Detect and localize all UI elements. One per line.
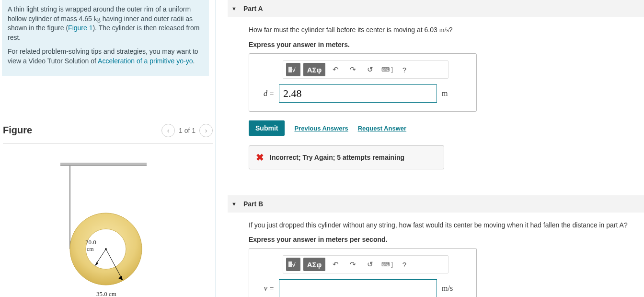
svg-rect-1: [60, 166, 147, 166]
part-b-header[interactable]: ▼ Part B: [228, 195, 644, 213]
part-a-header[interactable]: ▼ Part A: [228, 0, 644, 17]
feedback-box: ✖ Incorrect; Try Again; 5 attempts remai…: [249, 145, 444, 169]
part-a-prompt: How far must the cylinder fall before it…: [249, 26, 644, 34]
tutor-link[interactable]: Acceleration of a primitive yo-yo: [98, 57, 193, 65]
help-button[interactable]: ?: [397, 63, 412, 76]
part-a-instruction: Express your answer in meters.: [249, 41, 644, 48]
column-divider: [216, 0, 216, 297]
part-b-instruction: Express your answer in meters per second…: [249, 236, 644, 243]
svg-rect-13: [288, 67, 292, 72]
figure-pager: 1 of 1: [179, 127, 196, 134]
part-a-answer-input[interactable]: [279, 84, 437, 103]
help-button[interactable]: ?: [397, 258, 412, 271]
caret-down-icon: ▼: [231, 6, 237, 12]
part-a-title: Part A: [243, 5, 263, 12]
submit-button[interactable]: Submit: [249, 120, 285, 136]
feedback-text: Incorrect; Try Again; 5 attempts remaini…: [270, 154, 404, 161]
part-b-answer-input[interactable]: [279, 279, 437, 297]
caret-down-icon: ▼: [231, 201, 237, 207]
svg-text:√: √: [292, 67, 296, 73]
templates-button[interactable]: √: [286, 63, 300, 76]
svg-text:cm: cm: [87, 246, 94, 252]
figure-link[interactable]: Figure 1: [68, 24, 92, 32]
svg-text:√: √: [292, 261, 296, 268]
reset-button[interactable]: ↺: [363, 63, 377, 76]
greek-button[interactable]: ΑΣφ: [303, 258, 325, 271]
keyboard-button[interactable]: ⌨ ]: [380, 258, 394, 271]
equation-toolbar: √ ΑΣφ ↶ ↷ ↺ ⌨ ] ?: [283, 255, 448, 273]
part-b-unit: m/s: [442, 284, 453, 293]
figure-image: 20.0 cm 35.0 cm: [56, 158, 213, 297]
reset-button[interactable]: ↺: [363, 258, 377, 271]
undo-button[interactable]: ↶: [328, 258, 343, 271]
svg-text:20.0: 20.0: [85, 238, 96, 246]
tips-text-2: .: [193, 57, 195, 65]
part-b-prompt: If you just dropped this cylinder withou…: [249, 221, 644, 229]
part-a-answer-box: √ ΑΣφ ↶ ↷ ↺ ⌨ ] ? d = m: [249, 53, 477, 112]
svg-rect-15: [288, 261, 292, 267]
figure-header: Figure ‹ 1 of 1 ›: [3, 124, 213, 143]
svg-text:35.0 cm: 35.0 cm: [96, 290, 116, 297]
greek-button[interactable]: ΑΣφ: [303, 63, 325, 76]
part-a-variable: d: [264, 89, 267, 97]
incorrect-icon: ✖: [256, 152, 264, 163]
part-b-variable: v: [264, 284, 267, 292]
part-b-title: Part B: [243, 200, 263, 208]
figure-heading: Figure: [3, 125, 32, 136]
previous-answers-link[interactable]: Previous Answers: [294, 125, 348, 132]
problem-statement: A thin light string is wrapped around th…: [2, 0, 209, 76]
templates-button[interactable]: √: [286, 258, 300, 271]
mass-unit: kg: [94, 15, 101, 23]
undo-button[interactable]: ↶: [328, 63, 343, 76]
request-answer-link[interactable]: Request Answer: [358, 125, 406, 132]
part-b-answer-box: √ ΑΣφ ↶ ↷ ↺ ⌨ ] ? v = m/s: [249, 248, 477, 297]
redo-button[interactable]: ↷: [345, 63, 360, 76]
redo-button[interactable]: ↷: [345, 258, 360, 271]
part-a-unit: m: [442, 89, 448, 98]
figure-prev-button[interactable]: ‹: [161, 124, 175, 137]
figure-next-button[interactable]: ›: [199, 124, 213, 137]
keyboard-button[interactable]: ⌨ ]: [380, 63, 394, 76]
equation-toolbar: √ ΑΣφ ↶ ↷ ↺ ⌨ ] ?: [283, 60, 448, 79]
svg-rect-0: [60, 163, 147, 166]
